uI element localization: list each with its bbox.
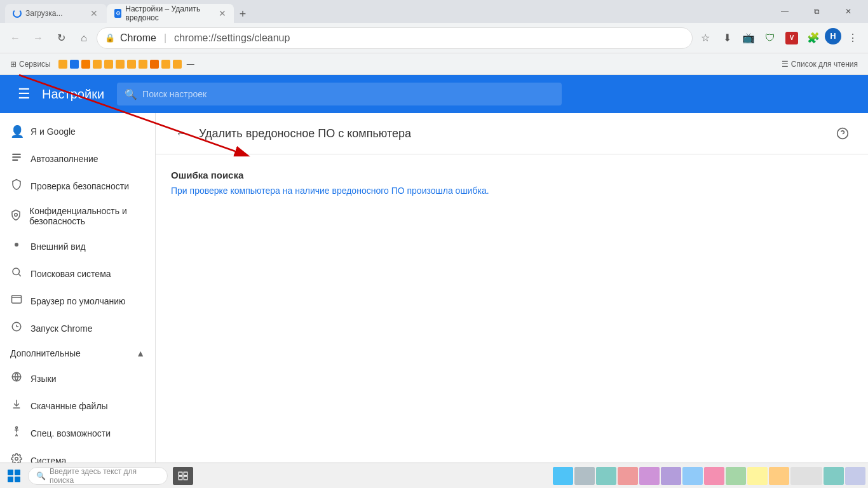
- ext-icon-red[interactable]: V: [782, 28, 802, 48]
- new-tab-button[interactable]: +: [234, 5, 252, 23]
- tab-close-loading[interactable]: ✕: [89, 8, 99, 18]
- sidebar-item-downloads-label: Скачанные файлы: [31, 401, 108, 411]
- svg-point-4: [15, 243, 18, 247]
- sidebar-item-appearance[interactable]: Внешний вид: [0, 233, 155, 260]
- sidebar-item-me-google[interactable]: 👤 Я и Google: [0, 118, 155, 145]
- settings-layout: 👤 Я и Google Автозаполнение Проверка без…: [0, 113, 868, 463]
- tab-close-settings[interactable]: ✕: [218, 8, 226, 18]
- search-settings-icon: 🔍: [125, 88, 137, 100]
- tab-loading[interactable]: Загрузка... ✕: [5, 4, 107, 23]
- help-button[interactable]: [832, 123, 853, 144]
- bookmark-services[interactable]: ⊞ Сервисы: [5, 58, 56, 70]
- sidebar-item-accessibility[interactable]: Спец. возможности: [0, 419, 155, 447]
- address-chrome-text: Chrome: [120, 32, 156, 44]
- tab-settings-label: Настройки – Удалить вредонос: [125, 4, 214, 22]
- start-button[interactable]: [3, 464, 25, 487]
- tab-settings[interactable]: ⚙ Настройки – Удалить вредонос ✕: [107, 4, 234, 23]
- sidebar-item-autofill-label: Автозаполнение: [31, 154, 98, 164]
- taskbar-search-placeholder: Введите здесь текст для поиска: [50, 467, 159, 485]
- taskbar: 🔍 Введите здесь текст для поиска: [0, 463, 868, 488]
- taskbar-search[interactable]: 🔍 Введите здесь текст для поиска: [28, 467, 168, 485]
- address-bar[interactable]: 🔒 Chrome | chrome://settings/cleanup: [97, 27, 693, 49]
- address-separator: |: [164, 32, 166, 44]
- sidebar-item-languages[interactable]: Языки: [0, 365, 155, 392]
- bookmark-10[interactable]: [161, 60, 170, 69]
- restore-button[interactable]: ⧉: [802, 0, 831, 23]
- taskbar-color-11[interactable]: [769, 467, 789, 485]
- sidebar-advanced-header[interactable]: Дополнительные ▲: [0, 342, 155, 365]
- cast-icon[interactable]: 📺: [738, 28, 759, 48]
- taskbar-color-7[interactable]: [682, 467, 703, 485]
- profile-avatar[interactable]: H: [825, 28, 841, 44]
- minimize-button[interactable]: —: [770, 0, 799, 23]
- taskbar-color-6[interactable]: [661, 467, 681, 485]
- content-area: ← Удалить вредоносное ПО с компьютера Ош…: [156, 113, 868, 463]
- taskbar-color-4[interactable]: [618, 467, 638, 485]
- svg-point-12: [15, 458, 18, 461]
- shield-icon[interactable]: 🛡: [760, 28, 780, 48]
- bookmarks-bar: ⊞ Сервисы — ☰ Список для чтения: [0, 53, 868, 75]
- security-check-icon: [10, 179, 23, 193]
- search-settings-input[interactable]: [142, 89, 554, 99]
- sidebar-item-autofill[interactable]: Автозаполнение: [0, 145, 155, 172]
- sidebar-item-default-browser[interactable]: Браузер по умолчанию: [0, 287, 155, 315]
- back-page-button[interactable]: ←: [171, 123, 191, 144]
- svg-rect-18: [184, 472, 187, 475]
- taskbar-color-8[interactable]: [704, 467, 724, 485]
- taskbar-color-12[interactable]: [790, 467, 822, 485]
- error-desc: При проверке компьютера на наличие вредо…: [171, 186, 853, 196]
- taskbar-color-14[interactable]: [845, 467, 865, 485]
- bookmark-6[interactable]: [116, 60, 125, 69]
- bookmark-5[interactable]: [104, 60, 113, 69]
- ext-puzzle-icon[interactable]: 🧩: [803, 28, 824, 48]
- sidebar-item-system-label: Система: [31, 456, 66, 463]
- sidebar: 👤 Я и Google Автозаполнение Проверка без…: [0, 113, 156, 463]
- bookmark-button[interactable]: ☆: [695, 28, 715, 48]
- sidebar-item-startup[interactable]: Запуск Chrome: [0, 315, 155, 342]
- forward-button[interactable]: →: [28, 28, 48, 48]
- taskbar-color-5[interactable]: [639, 467, 660, 485]
- privacy-icon: [10, 209, 22, 224]
- bookmark-9[interactable]: [150, 60, 159, 69]
- sidebar-item-default-browser-label: Браузер по умолчанию: [31, 296, 126, 306]
- chevron-up-icon: ▲: [136, 348, 145, 358]
- download-icon[interactable]: ⬇: [717, 28, 737, 48]
- sidebar-item-system[interactable]: Система: [0, 447, 155, 463]
- taskbar-color-9[interactable]: [726, 467, 746, 485]
- bookmark-2[interactable]: [70, 60, 79, 69]
- home-button[interactable]: ⌂: [74, 28, 94, 48]
- back-button[interactable]: ←: [5, 28, 25, 48]
- sidebar-item-appearance-label: Внешний вид: [31, 241, 86, 252]
- bookmark-3[interactable]: [81, 60, 90, 69]
- bookmark-4[interactable]: [93, 60, 102, 69]
- sidebar-item-security-check[interactable]: Проверка безопасности: [0, 172, 155, 200]
- bookmark-1[interactable]: [58, 60, 67, 69]
- sidebar-item-privacy[interactable]: Конфиденциальность и безопасность: [0, 200, 155, 233]
- taskbar-color-1[interactable]: [553, 467, 573, 485]
- content-body: Ошибка поиска При проверке компьютера на…: [156, 154, 868, 211]
- taskbar-color-10[interactable]: [747, 467, 768, 485]
- settings-menu-button[interactable]: ☰: [13, 83, 36, 105]
- bookmark-text-item[interactable]: —: [187, 60, 194, 69]
- sidebar-item-search[interactable]: Поисковая система: [0, 260, 155, 287]
- search-settings-bar[interactable]: 🔍: [117, 83, 562, 105]
- accessibility-icon: [10, 426, 23, 440]
- reload-button[interactable]: ↻: [51, 28, 71, 48]
- error-title: Ошибка поиска: [171, 170, 853, 180]
- nav-icons: ☆ ⬇ 📺 🛡 V 🧩 H ⋮: [695, 28, 863, 48]
- bookmark-11[interactable]: [173, 60, 182, 69]
- task-view-button[interactable]: [173, 467, 193, 485]
- taskbar-color-2[interactable]: [574, 467, 595, 485]
- svg-point-3: [15, 213, 18, 216]
- menu-button[interactable]: ⋮: [843, 28, 863, 48]
- close-button[interactable]: ✕: [834, 0, 863, 23]
- taskbar-color-13[interactable]: [824, 467, 844, 485]
- bookmark-8[interactable]: [139, 60, 147, 69]
- settings-header: ☰ Настройки 🔍: [0, 75, 868, 113]
- bookmark-7[interactable]: [127, 60, 136, 69]
- sidebar-item-downloads[interactable]: Скачанные файлы: [0, 392, 155, 419]
- sidebar-item-me-google-label: Я и Google: [31, 126, 76, 137]
- taskbar-color-3[interactable]: [596, 467, 616, 485]
- user-icon: 👤: [10, 125, 23, 139]
- reading-list-button[interactable]: ☰ Список для чтения: [776, 58, 863, 70]
